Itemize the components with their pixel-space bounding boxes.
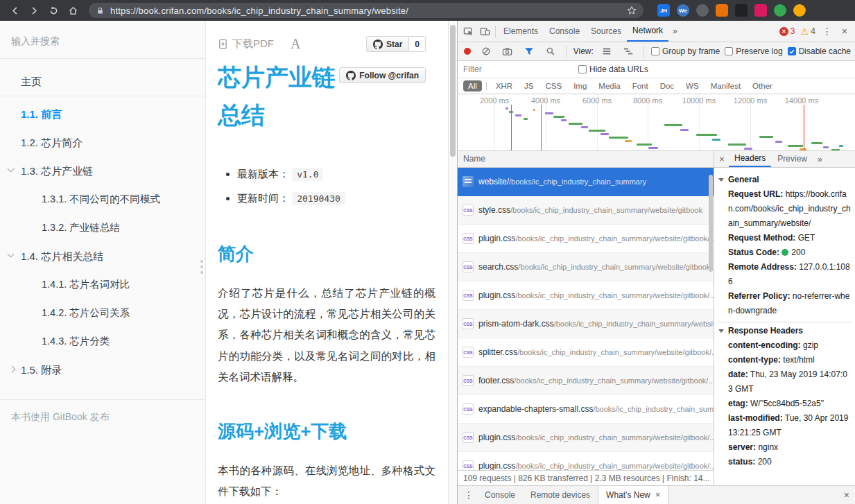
devtools-menu-icon[interactable]: ⋮ — [821, 26, 834, 37]
search-input[interactable] — [11, 35, 194, 46]
filter-pill-css[interactable]: CSS — [540, 80, 567, 92]
table-row[interactable]: CSS footer.css/books/ic_chip_industry_ch… — [458, 367, 714, 395]
sidebar-item-1-4[interactable]: 1.4. 芯片相关总结 — [0, 242, 205, 270]
tab-elements[interactable]: Elements — [498, 21, 544, 42]
sidebar-item-1-2[interactable]: 1.2. 芯片简介 — [0, 128, 205, 157]
profile-avatar[interactable] — [793, 4, 806, 17]
table-row[interactable]: website//books/ic_chip_industry_chain_su… — [458, 168, 714, 196]
sidebar-item-1-3[interactable]: 1.3. 芯片产业链 — [0, 157, 205, 185]
extension-icon-jh[interactable]: JH — [657, 4, 670, 17]
hide-data-urls-checkbox[interactable]: Hide data URLs — [578, 64, 648, 74]
search-icon[interactable] — [542, 43, 559, 60]
sidebar-item-home[interactable]: 主页 — [0, 67, 205, 96]
drawer-menu-icon[interactable]: ⋮ — [460, 487, 477, 503]
sidebar-resize-grip[interactable] — [200, 260, 203, 263]
sidebar-item-1-4-1[interactable]: 1.4.1. 芯片名词对比 — [0, 270, 205, 299]
header-key: etag: — [728, 399, 748, 408]
table-of-contents: 主页 1.1. 前言 1.2. 芯片简介 1.3. 芯片产业链 1.3.1. 不… — [0, 59, 205, 384]
version-value: v1.0 — [292, 168, 323, 181]
inspect-element-icon[interactable] — [460, 23, 476, 40]
sidebar-item-1-5[interactable]: 1.5. 附录 — [0, 356, 205, 384]
table-row[interactable]: CSS prism-atom-dark.css/books/ic_chip_in… — [458, 310, 714, 338]
table-row[interactable]: CSS search.css/books/ic_chip_industry_ch… — [458, 253, 714, 281]
tab-preview[interactable]: Preview — [772, 151, 813, 167]
home-button[interactable] — [65, 3, 80, 18]
filter-pill-all[interactable]: All — [463, 80, 482, 92]
console-warning-badge[interactable]: ⚠ 4 — [800, 26, 815, 36]
tab-console[interactable]: Console — [544, 21, 585, 42]
filter-pill-img[interactable]: Img — [569, 80, 591, 92]
record-button[interactable] — [464, 48, 471, 55]
close-tab-icon[interactable]: × — [655, 486, 661, 504]
extension-icon-green[interactable] — [774, 4, 786, 17]
sidebar-item-1-4-2[interactable]: 1.4.2. 芯片公司关系 — [0, 299, 205, 327]
extension-icon-qr[interactable] — [735, 4, 748, 17]
scrollbar-thumb[interactable] — [450, 25, 456, 157]
download-pdf-button[interactable]: 下载PDF — [218, 37, 274, 51]
console-error-badge[interactable]: ✕ 3 — [779, 26, 795, 36]
bookmark-star-icon[interactable] — [627, 6, 637, 15]
extension-icon-orange[interactable] — [716, 4, 728, 17]
github-follow-button[interactable]: Follow @crifan — [339, 67, 426, 83]
sidebar-item-1-4-3[interactable]: 1.4.3. 芯片分类 — [0, 327, 205, 356]
filter-pill-media[interactable]: Media — [594, 80, 625, 92]
page-scrollbar[interactable] — [448, 21, 458, 504]
group-by-frame-checkbox[interactable]: Group by frame — [651, 46, 720, 56]
filter-pill-doc[interactable]: Doc — [655, 80, 679, 92]
view-list-icon[interactable] — [598, 43, 615, 60]
filter-pill-manifest[interactable]: Manifest — [706, 80, 745, 92]
network-overview[interactable]: 2000 ms 4000 ms 6000 ms 8000 ms 10000 ms… — [458, 94, 855, 151]
extension-icon-we[interactable]: We — [677, 4, 689, 17]
request-list-scrollbar[interactable] — [709, 175, 713, 272]
more-tabs-chevron[interactable]: » — [668, 26, 682, 36]
extension-icon-pink[interactable] — [754, 4, 767, 17]
column-header-name[interactable]: Name — [458, 151, 714, 168]
tab-headers[interactable]: Headers — [729, 151, 771, 167]
table-row[interactable]: CSS plugin.css/books/ic_chip_industry_ch… — [458, 225, 714, 253]
tab-sources[interactable]: Sources — [585, 21, 627, 42]
table-row[interactable]: CSS plugin.css/books/ic_chip_industry_ch… — [458, 281, 714, 310]
general-section-title[interactable]: General — [718, 171, 851, 187]
font-settings-button[interactable]: A — [291, 36, 300, 52]
github-star-button[interactable]: Star — [366, 36, 409, 52]
drawer-tab-whats-new[interactable]: What's New × — [598, 485, 668, 504]
capture-screenshots-icon[interactable] — [499, 43, 516, 60]
device-toolbar-icon[interactable] — [476, 23, 493, 40]
sidebar-item-1-3-1[interactable]: 1.3.1. 不同公司的不同模式 — [0, 185, 205, 214]
drawer-tab-remote-devices[interactable]: Remote devices — [523, 486, 598, 504]
back-button[interactable] — [7, 3, 22, 18]
filter-pill-js[interactable]: JS — [519, 80, 538, 92]
drawer-close-icon[interactable]: × — [841, 489, 852, 501]
tab-network[interactable]: Network — [627, 21, 668, 42]
extension-icon-gear[interactable] — [696, 4, 709, 17]
filter-pill-xhr[interactable]: XHR — [491, 80, 517, 92]
waterfall-bar — [788, 145, 803, 147]
table-row[interactable]: CSS splitter.css/books/ic_chip_industry_… — [458, 338, 714, 367]
drawer-tab-console[interactable]: Console — [477, 486, 523, 504]
github-star-count[interactable]: 0 — [409, 36, 426, 52]
clear-icon[interactable] — [478, 43, 494, 60]
request-path: /books/ic_chip_industry_chain_summary/we… — [515, 234, 714, 243]
forward-button[interactable] — [26, 3, 42, 18]
sidebar-item-1-3-2[interactable]: 1.3.2. 产业链总结 — [0, 214, 205, 242]
waterfall-bar — [589, 130, 605, 132]
reload-button[interactable] — [46, 3, 61, 18]
close-details-icon[interactable]: × — [716, 154, 728, 164]
table-row[interactable]: CSS plugin.css/books/ic_chip_industry_ch… — [458, 452, 714, 470]
sidebar-item-1-1[interactable]: 1.1. 前言 — [0, 100, 205, 128]
network-filter-input[interactable] — [463, 64, 567, 74]
table-row[interactable]: CSS expandable-chapters-small.css/books/… — [458, 395, 714, 424]
devtools-close-icon[interactable]: × — [839, 26, 850, 37]
view-waterfall-icon[interactable] — [620, 43, 637, 60]
more-tabs-chevron[interactable]: » — [813, 155, 827, 164]
table-row[interactable]: CSS plugin.css/books/ic_chip_industry_ch… — [458, 424, 714, 452]
filter-pill-ws[interactable]: WS — [681, 80, 704, 92]
disable-cache-checkbox[interactable]: Disable cache — [788, 46, 851, 56]
filter-funnel-icon[interactable] — [521, 43, 537, 60]
preserve-log-checkbox[interactable]: Preserve log — [725, 46, 782, 56]
response-headers-title[interactable]: Response Headers — [718, 322, 851, 338]
table-row[interactable]: CSS style.css/books/ic_chip_industry_cha… — [458, 196, 714, 225]
filter-pill-other[interactable]: Other — [748, 80, 777, 92]
filter-pill-font[interactable]: Font — [628, 80, 653, 92]
address-bar[interactable]: https://book.crifan.com/books/ic_chip_in… — [89, 3, 644, 18]
